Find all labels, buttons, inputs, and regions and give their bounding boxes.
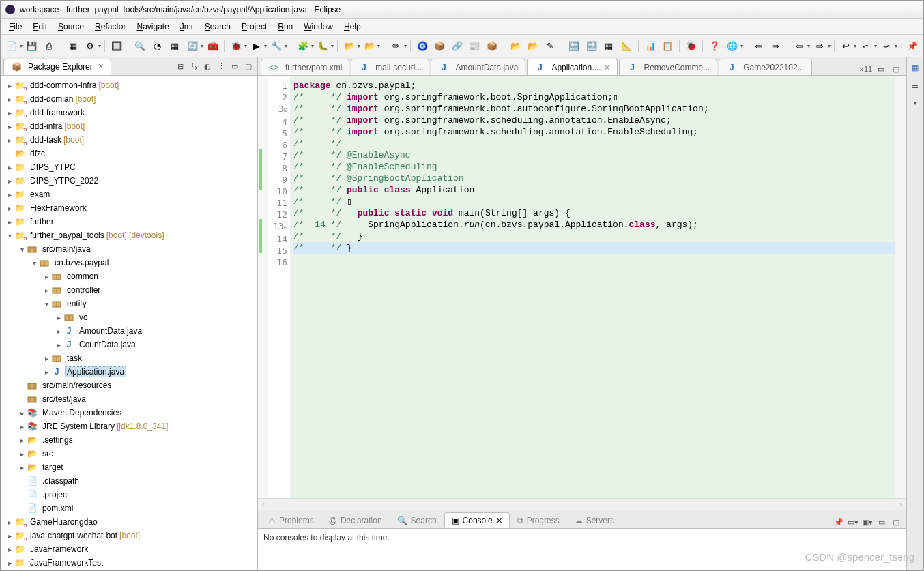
display-icon[interactable]: ▭▾ <box>847 516 859 528</box>
tree-node[interactable]: ▾cn.bzvs.paypal <box>1 256 257 269</box>
toolbar-button[interactable]: 🐞 <box>228 38 244 54</box>
tree-twister-icon[interactable]: ▸ <box>5 96 14 103</box>
menubar[interactable]: FileEditSourceRefactorNavigateJmrSearchP… <box>1 19 923 35</box>
toolbar-button[interactable]: ❓ <box>706 38 723 54</box>
toolbar-button[interactable]: ⤺ <box>858 38 874 54</box>
chevron-down-icon[interactable]: ▾ <box>909 97 921 109</box>
maximize-icon[interactable]: ▢ <box>890 516 902 528</box>
tree-twister-icon[interactable]: ▸ <box>5 123 14 130</box>
bottom-tab-progress[interactable]: ⧉Progress <box>510 512 567 528</box>
toolbar-button[interactable]: ✏ <box>388 38 404 54</box>
editor-tabs[interactable]: <>further/pom.xmlJmall-securi...JAmountD… <box>258 57 906 76</box>
editor-tab[interactable]: JRemoveComme... <box>619 59 717 75</box>
tree-twister-icon[interactable]: ▸ <box>5 177 14 185</box>
tree-twister-icon[interactable]: ▸ <box>5 191 14 199</box>
tree-node[interactable]: ▸JApplication.java <box>1 365 257 379</box>
toolbar-button[interactable]: 🧩 <box>295 38 311 54</box>
toolbar-button[interactable]: 📰 <box>467 38 483 54</box>
toolbar-button[interactable]: 💾 <box>24 38 40 54</box>
tree-node[interactable]: ▸📚Maven Dependencies <box>1 406 257 420</box>
tree-node[interactable]: ▸📁JavaFramework <box>1 542 257 556</box>
tree-node[interactable]: ▾src/main/java <box>1 242 257 256</box>
tree-twister-icon[interactable]: ▸ <box>17 437 27 444</box>
toolbar-button[interactable]: 📂 <box>362 38 378 54</box>
bottom-tab-search[interactable]: 🔍Search <box>390 512 444 528</box>
tree-twister-icon[interactable]: ▸ <box>54 327 63 335</box>
bottom-tab-console[interactable]: ▣Console✕ <box>444 512 510 528</box>
bottom-tabs[interactable]: ⚠Problems@Declaration🔍Search▣Console✕⧉Pr… <box>258 510 906 529</box>
menu-jmr[interactable]: Jmr <box>175 20 199 33</box>
tree-twister-icon[interactable]: ▸ <box>5 82 14 89</box>
tree-node[interactable]: ▾📁mfurther_paypal_tools [boot] [devtools… <box>1 229 257 242</box>
toolbar-button[interactable]: 📂 <box>525 38 541 54</box>
bottom-tab-servers[interactable]: ☁Servers <box>567 512 622 528</box>
toolbar-button[interactable]: ⇨ <box>811 38 828 54</box>
chevron-down-icon[interactable]: ▾ <box>874 43 877 49</box>
toolbar-button[interactable]: 📋 <box>659 38 676 54</box>
chevron-down-icon[interactable]: ▾ <box>828 43 831 49</box>
tree-twister-icon[interactable]: ▸ <box>5 532 14 540</box>
tree-node[interactable]: ▸📁mddd-task [boot] <box>1 133 257 147</box>
tree-node[interactable]: ▸common <box>1 269 257 283</box>
tree-node[interactable]: ▾entity <box>1 297 257 310</box>
tree-node[interactable]: ▸task <box>1 351 257 365</box>
tree-node[interactable]: src/main/resources <box>1 379 257 392</box>
pin-icon[interactable]: 📌 <box>833 516 845 528</box>
chevron-down-icon[interactable]: ▾ <box>740 43 743 49</box>
tree-twister-icon[interactable]: ▸ <box>54 341 63 349</box>
menu-window[interactable]: Window <box>298 20 338 33</box>
tree-twister-icon[interactable]: ▾ <box>29 259 39 267</box>
toolbar-button[interactable]: 🔍 <box>132 38 148 54</box>
maximize-icon[interactable]: ▢ <box>890 63 902 75</box>
toolbar-button[interactable]: ⤻ <box>878 38 895 54</box>
close-icon[interactable]: ✕ <box>496 516 502 525</box>
close-icon[interactable]: ✕ <box>98 62 104 71</box>
chevron-down-icon[interactable]: ▾ <box>854 43 856 49</box>
minimize-icon[interactable]: ▭ <box>876 516 888 528</box>
package-explorer-tab[interactable]: 📦 Package Explorer ✕ <box>3 59 111 75</box>
menu-navigate[interactable]: Navigate <box>131 20 174 33</box>
toolbar-button[interactable]: ⚙ <box>82 38 98 54</box>
editor-tab[interactable]: JGame2022102... <box>719 59 811 75</box>
open-console-icon[interactable]: ▣▾ <box>861 516 874 528</box>
tree-twister-icon[interactable]: ▸ <box>17 423 27 430</box>
overview-ruler[interactable] <box>895 76 906 498</box>
chevron-down-icon[interactable]: ▾ <box>264 43 267 49</box>
tree-node[interactable]: ▸📂src <box>1 447 257 460</box>
tree-node[interactable]: 📄.classpath <box>1 474 257 488</box>
chevron-down-icon[interactable]: ▾ <box>895 43 897 49</box>
chevron-down-icon[interactable]: ▾ <box>285 43 287 49</box>
chevron-down-icon[interactable]: ▾ <box>98 43 101 49</box>
toolbar-button[interactable]: 🧰 <box>205 38 221 54</box>
menu-edit[interactable]: Edit <box>27 20 53 33</box>
toolbar-button[interactable]: ✎ <box>543 38 559 54</box>
tree-node[interactable]: ▸controller <box>1 283 257 297</box>
tree-node[interactable]: ▸📁mjava-chatgpt-wechat-bot [boot] <box>1 529 257 542</box>
minimize-icon[interactable]: ▭ <box>875 63 887 75</box>
link-editor-icon[interactable]: ⇆ <box>188 60 200 72</box>
menu-source[interactable]: Source <box>53 20 89 33</box>
main-toolbar[interactable]: 📄▾💾⎙▦⚙▾🔲🔍◔▦🔄▾🧰🐞▾▶▾🔧▾🧩▾🐛▾📂▾📂▾✏▾🧿📦🔗📰📦📂📂✎🔙🔜… <box>1 35 923 57</box>
perspective-bar[interactable]: ▦ ☰ ▾ <box>906 57 923 570</box>
scroll-right-icon[interactable]: › <box>895 499 906 509</box>
chevron-down-icon[interactable]: ▾ <box>377 43 380 49</box>
toolbar-button[interactable]: ⇦ <box>792 38 808 54</box>
toolbar-button[interactable]: 🐞 <box>683 38 699 54</box>
tree-twister-icon[interactable]: ▸ <box>42 368 51 376</box>
tree-node[interactable]: ▸📚JRE System Library [jdk1.8.0_341] <box>1 420 257 433</box>
toolbar-button[interactable]: ⇐ <box>751 38 767 54</box>
tree-node[interactable]: ▸📁exam <box>1 188 257 201</box>
tree-node[interactable]: ▸JCountData.java <box>1 338 257 351</box>
editor-tab[interactable]: JApplication....✕ <box>527 59 618 75</box>
tree-node[interactable]: ▸📁mGameHuarongdao <box>1 515 257 529</box>
tab-overflow-icon[interactable]: »11 <box>860 63 872 75</box>
toolbar-button[interactable]: 📄 <box>3 38 20 54</box>
toolbar-button[interactable]: 📐 <box>618 38 635 54</box>
tree-node[interactable]: ▸📁mddd-domian [boot] <box>1 92 257 106</box>
tree-node[interactable]: ▸vo <box>1 310 257 324</box>
tree-node[interactable]: ▸📁FlexFramework <box>1 201 257 215</box>
code-editor[interactable]: package cn.bzvs.paypal;/* */ import org.… <box>291 76 895 498</box>
tree-twister-icon[interactable]: ▸ <box>5 205 14 212</box>
tree-twister-icon[interactable]: ▸ <box>5 136 14 144</box>
collapse-all-icon[interactable]: ⊟ <box>174 60 186 72</box>
